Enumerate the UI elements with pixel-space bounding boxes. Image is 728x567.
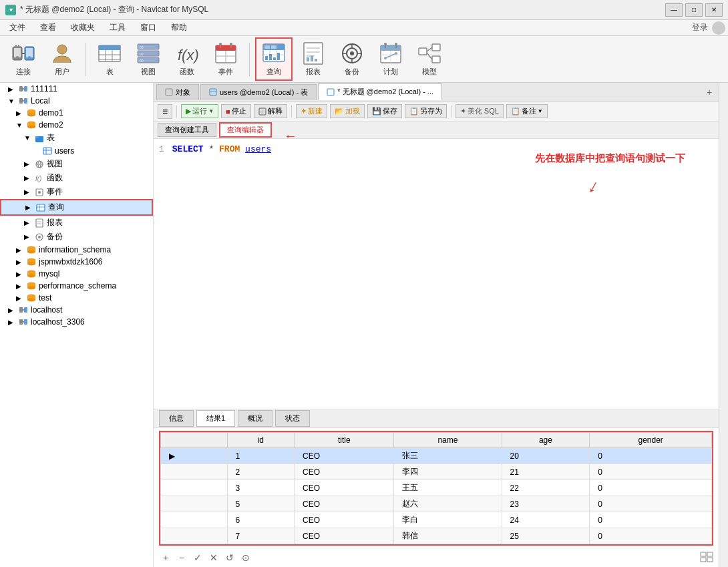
table-row[interactable]: 6 CEO 李白 24 0 (161, 512, 712, 528)
toolbar-event-label: 事件 (218, 67, 233, 77)
cancel-edit-button[interactable]: ✕ (207, 551, 220, 564)
backup-note-dropdown-icon[interactable]: ▼ (538, 108, 543, 114)
sidebar-item-demo1[interactable]: ▶ demo1 (0, 107, 153, 119)
line-number: 1 (159, 144, 164, 154)
menubar: 文件 查看 收藏夹 工具 窗口 帮助 登录 (0, 20, 728, 36)
login-area[interactable]: 登录 (692, 21, 725, 35)
settings-button[interactable]: ⊙ (239, 551, 252, 564)
query-tab-editor[interactable]: 查询编辑器 (219, 122, 272, 138)
menu-file[interactable]: 文件 (3, 21, 32, 35)
sidebar-item-mysql[interactable]: ▶ mysql (0, 268, 153, 280)
toolbar-report[interactable]: 报表 (295, 38, 331, 80)
toolbar-user[interactable]: 用户 (44, 38, 80, 80)
table-row[interactable]: 5 CEO 赵六 23 0 (161, 496, 712, 512)
explain-button[interactable]: 解释 (254, 104, 287, 118)
cell-title: CEO (295, 480, 394, 496)
sidebar-item-perf-schema[interactable]: ▶ performance_schema (0, 280, 153, 292)
toolbar-connect[interactable]: 连接 (5, 38, 41, 80)
sidebar-item-info-schema[interactable]: ▶ information_schema (0, 244, 153, 256)
tab-query[interactable]: * 无标题 @demo2 (Local) - ... (318, 83, 442, 100)
toolbar-schedule[interactable]: 计划 (373, 38, 409, 80)
sidebar-item-jspmwb[interactable]: ▶ jspmwbxtdzk1606 (0, 256, 153, 268)
beautify-button[interactable]: ✦ 美化 SQL (456, 104, 504, 118)
tab-objects[interactable]: 对象 (156, 84, 199, 100)
result-tab-overview[interactable]: 概况 (238, 410, 272, 427)
row-indicator (161, 528, 228, 544)
toolbar-view[interactable]: 00 00 00 视图 (130, 38, 166, 80)
backup-note-button[interactable]: 📋 备注 ▼ (506, 104, 548, 118)
expand-arrow-users (32, 148, 40, 155)
svg-rect-118 (19, 307, 23, 313)
tab-query-label: * 无标题 @demo2 (Local) - ... (337, 87, 433, 97)
toolbar-model[interactable]: 模型 (411, 38, 447, 80)
result-tab-status[interactable]: 状态 (275, 410, 310, 427)
menu-help[interactable]: 帮助 (164, 21, 194, 35)
svg-text:00: 00 (140, 52, 144, 56)
sidebar-item-events[interactable]: ▶ 事件 (0, 185, 153, 199)
minimize-button[interactable]: — (665, 3, 683, 17)
toolbar-backup[interactable]: 备份 (334, 38, 370, 80)
table-row[interactable]: ▶ 1 CEO 张三 20 0 (161, 448, 712, 464)
svg-rect-133 (707, 558, 713, 562)
toolbar-func[interactable]: f(x) 函数 (169, 38, 205, 80)
sidebar-item-local[interactable]: ▼ Local (0, 95, 153, 107)
toolbar-table[interactable]: 表 (92, 38, 128, 80)
sidebar-item-reports[interactable]: ▶ 报表 (0, 216, 153, 230)
expand-arrow-demo1: ▶ (16, 110, 24, 117)
col-age[interactable]: age (502, 433, 590, 448)
query-tab-builder-label: 查询创建工具 (165, 126, 209, 134)
confirm-button[interactable]: ✓ (191, 551, 204, 564)
table-row[interactable]: 3 CEO 王五 22 0 (161, 480, 712, 496)
toolbar-query[interactable]: 查询 (255, 37, 293, 81)
sidebar-item-tables[interactable]: ▼ 表 (0, 131, 153, 145)
remove-row-button[interactable]: − (175, 551, 188, 564)
add-row-button[interactable]: + (159, 551, 172, 564)
svg-rect-57 (381, 45, 401, 51)
sidebar-item-queries[interactable]: ▶ 查询 (0, 199, 153, 216)
table-row[interactable]: 2 CEO 李四 21 0 (161, 464, 712, 480)
new-button[interactable]: ✦ 新建 (296, 104, 327, 118)
keyword-from: FROM (219, 144, 240, 154)
load-button[interactable]: 📂 加载 (330, 104, 365, 118)
sub-toolbar: ≡ ▶ 运行 ▼ ■ 停止 解释 ✦ 新建 📂 加载 (154, 102, 719, 122)
refresh-button[interactable]: ↺ (223, 551, 236, 564)
saveas-button[interactable]: 📋 另存为 (405, 104, 447, 118)
col-id[interactable]: id (227, 433, 295, 448)
result-tab-info[interactable]: 信息 (159, 410, 194, 427)
stop-button[interactable]: ■ 停止 (221, 104, 251, 118)
scroll-right[interactable] (719, 83, 728, 567)
sidebar-item-backups[interactable]: ▶ 备份 (0, 230, 153, 244)
col-name[interactable]: name (394, 433, 502, 448)
close-button[interactable]: ✕ (705, 3, 723, 17)
objects-tab-icon (165, 88, 173, 96)
col-gender[interactable]: gender (590, 433, 712, 448)
hamburger-button[interactable]: ≡ (158, 104, 172, 119)
query-tab-builder[interactable]: 查询创建工具 (158, 123, 216, 137)
sidebar-item-funcs[interactable]: ▶ f() 函数 (0, 171, 153, 185)
maximize-button[interactable]: □ (685, 3, 703, 17)
titlebar-controls[interactable]: — □ ✕ (665, 3, 723, 17)
result-tab-result1[interactable]: 结果1 (196, 410, 235, 427)
sidebar-item-users[interactable]: users (0, 145, 153, 157)
col-title[interactable]: title (295, 433, 394, 448)
menu-window[interactable]: 窗口 (134, 21, 163, 35)
sidebar-item-demo2[interactable]: ▼ demo2 (0, 119, 153, 131)
sidebar-item-111111[interactable]: ▶ 111111 (0, 83, 153, 95)
sidebar-item-views[interactable]: ▶ 视图 (0, 157, 153, 171)
tab-users-table[interactable]: users @demo2 (Local) - 表 (200, 84, 317, 100)
toolbar-event[interactable]: 事件 (208, 38, 244, 80)
toolbar-query-label: 查询 (266, 67, 281, 77)
table-row[interactable]: 7 CEO 韩信 25 0 (161, 528, 712, 544)
menu-favorites[interactable]: 收藏夹 (64, 21, 102, 35)
run-button[interactable]: ▶ 运行 ▼ (181, 104, 218, 118)
run-dropdown-icon[interactable]: ▼ (208, 108, 214, 114)
cell-name: 李四 (394, 464, 502, 480)
titlebar: ★ * 无标题 @demo2 (Local) - 查询 - Navicat fo… (0, 0, 728, 20)
sidebar-item-test[interactable]: ▶ test (0, 292, 153, 304)
save-button[interactable]: 💾 保存 (367, 104, 402, 118)
sidebar-item-localhost3306[interactable]: ▶ localhost_3306 (0, 316, 153, 328)
sidebar-item-localhost[interactable]: ▶ localhost (0, 304, 153, 316)
tab-add-button[interactable]: + (703, 85, 716, 99)
menu-view[interactable]: 查看 (33, 21, 63, 35)
menu-tools[interactable]: 工具 (103, 21, 132, 35)
